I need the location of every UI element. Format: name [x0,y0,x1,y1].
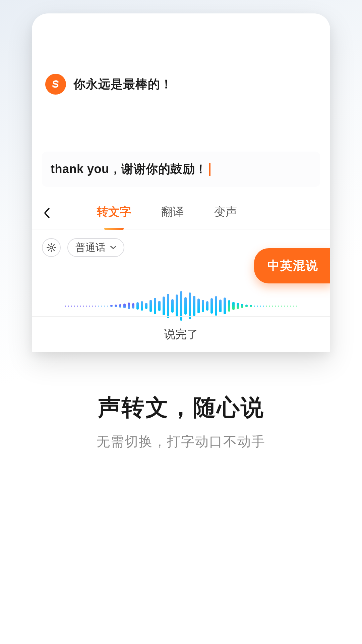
wave-bar [80,306,81,307]
wave-bar [184,297,187,315]
wave-bar [77,306,78,307]
wave-bar [86,306,87,307]
chat-bubble-text: 你永远是最棒的！ [73,76,173,93]
wave-bar [176,294,178,317]
wave-bar [158,301,161,311]
wave-bar [107,306,108,307]
wave-bar [202,300,204,312]
hero-section: 声转文，随心说 无需切换，打字动口不动手 [0,392,362,451]
wave-bar [210,298,213,314]
wave-bar [65,306,66,307]
wave-bar [189,292,191,319]
tab-translate[interactable]: 翻译 [161,204,184,222]
wave-bar [92,306,93,307]
wave-bar [293,306,294,307]
feature-badge: 中英混说 [254,248,330,283]
wave-bar [266,306,267,307]
wave-bar [269,306,270,307]
wave-bar [89,306,90,307]
input-text-value: thank you，谢谢你的鼓励！ [51,161,207,177]
wave-bar [254,306,255,307]
wave-bar [149,300,152,312]
wave-bar [83,306,84,307]
hero-title: 声转文，随心说 [0,392,362,423]
chat-area: 你永远是最棒的！ [32,13,330,115]
wave-bar [257,306,258,307]
wave-bar [224,298,226,314]
wave-bar [145,303,147,309]
back-icon[interactable] [43,207,50,219]
wave-bar [98,306,99,307]
tabs-container: 转文字 翻译 变声 [97,204,237,222]
wave-bar [272,306,273,307]
phone-frame: 你永远是最棒的！ thank you，谢谢你的鼓励！ 转文字 翻译 变声 普通话 [32,13,330,352]
wave-bar [263,306,264,307]
chevron-down-icon [110,246,116,250]
settings-button[interactable] [42,238,61,257]
wave-bar [154,298,156,314]
wave-bar [123,304,126,308]
wave-bar [132,303,134,309]
wave-bar [287,306,288,307]
language-selector[interactable]: 普通话 [67,238,124,257]
wave-bar [219,300,222,312]
svg-point-0 [50,246,53,249]
done-button[interactable]: 说完了 [32,316,330,352]
wave-bar [215,296,217,316]
wave-bar [284,306,285,307]
wave-bar [206,301,208,311]
wave-bar [241,304,243,308]
wave-bar [245,305,248,307]
tab-bar: 转文字 翻译 变声 [32,197,330,229]
wave-bar [74,306,75,307]
wave-bar [128,303,130,309]
wave-bar [136,302,139,310]
avatar [45,74,66,95]
wave-bar [278,306,279,307]
wave-bar [197,299,200,313]
tab-voice-change[interactable]: 变声 [214,204,237,222]
wave-bar [250,305,252,307]
wave-bar [95,306,96,307]
wave-bar [141,301,143,311]
wave-bar [237,303,239,309]
wave-bar [110,305,113,307]
text-cursor [209,163,210,176]
wave-bar [260,306,261,307]
wave-bar [101,306,102,307]
wave-bar [275,306,276,307]
text-input[interactable]: thank you，谢谢你的鼓励！ [42,152,320,187]
gear-icon [46,243,56,253]
wave-bar [232,302,235,310]
tab-transcribe[interactable]: 转文字 [97,204,131,222]
wave-bar [115,305,117,307]
wave-bar [290,306,291,307]
hero-subtitle: 无需切换，打字动口不动手 [0,432,362,451]
wave-bar [119,304,121,308]
sogou-s-icon [50,79,61,90]
wave-bar [167,294,169,318]
wave-bar [163,297,165,315]
wave-bar [68,306,69,307]
wave-bar [281,306,282,307]
wave-bar [296,306,297,307]
wave-bar [104,306,105,307]
wave-bar [228,300,230,312]
chat-message: 你永远是最棒的！ [45,74,317,95]
wave-bar [193,296,195,316]
wave-bar [171,299,174,313]
wave-bar [71,306,72,307]
language-label: 普通话 [75,241,106,255]
